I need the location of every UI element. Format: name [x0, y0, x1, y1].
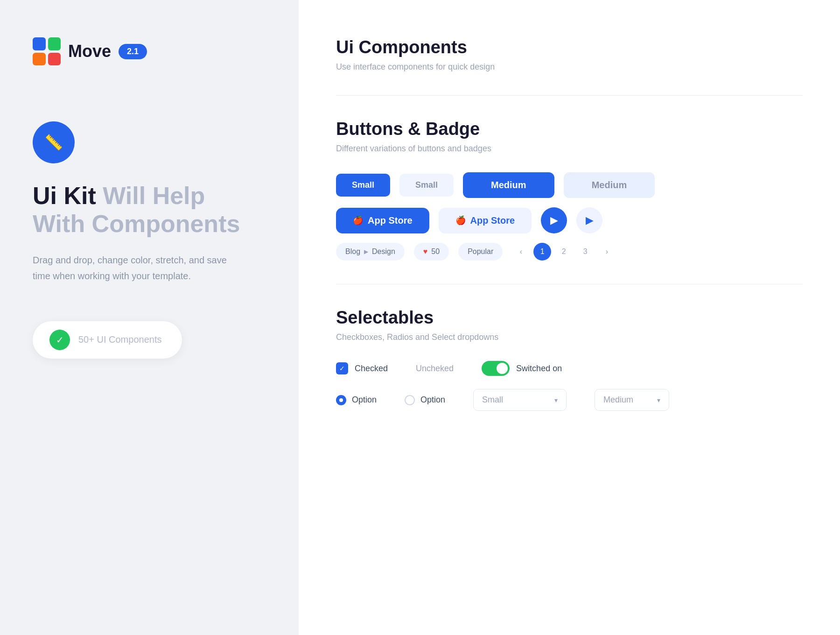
radio-option-2[interactable]: Option — [405, 395, 445, 405]
logo-text: Move — [68, 42, 111, 61]
apple-icon-blue: 🍎 — [455, 215, 466, 226]
right-panel: Ui Components Use interface components f… — [299, 0, 840, 635]
ruler-icon-circle: 📏 — [33, 121, 75, 163]
selectables-title: Selectables — [336, 308, 803, 328]
breadcrumb-start: Blog — [345, 247, 360, 256]
components-badge: ✓ 50+ UI Components — [33, 321, 182, 359]
radio-inner-1 — [339, 398, 343, 402]
breadcrumb-end: Design — [372, 247, 395, 256]
checkbox-box: ✓ — [336, 362, 348, 374]
logo-sq-red — [48, 53, 61, 66]
apple-icon-white: 🍎 — [353, 215, 363, 226]
radio-unselected — [405, 395, 415, 405]
pagination: ‹ 1 2 3 › — [512, 243, 616, 261]
breadcrumb-badge: Blog ▶ Design — [336, 243, 405, 261]
logo-grid — [33, 37, 61, 65]
btn-small-outline[interactable]: Small — [399, 174, 454, 197]
buttons-row-1: Small Small Medium Medium — [336, 172, 803, 198]
select-row-2: Option Option Small ▾ Medium ▾ — [336, 389, 803, 411]
radio-option-1-label: Option — [352, 395, 377, 405]
select-dropdown-medium[interactable]: Medium ▾ — [595, 389, 669, 411]
checkbox-checked[interactable]: ✓ Checked — [336, 362, 388, 374]
logo-sq-blue — [33, 37, 46, 50]
checked-label: Checked — [355, 364, 388, 374]
buttons-sub: Different variations of buttons and badg… — [336, 144, 803, 154]
select-row-1: ✓ Checked Uncheked Switched on — [336, 361, 803, 376]
radio-option-1[interactable]: Option — [336, 395, 377, 405]
heart-icon: ♥ — [423, 247, 428, 256]
pagination-prev[interactable]: ‹ — [512, 243, 530, 261]
breadcrumb-arrow-icon: ▶ — [364, 248, 368, 255]
btn-small-blue[interactable]: Small — [336, 174, 390, 197]
radio-option-2-label: Option — [420, 395, 445, 405]
hero-title: Ui Kit Will Help With Components — [33, 182, 266, 238]
toggle-wrapper[interactable]: Switched on — [482, 361, 562, 376]
pagination-1[interactable]: 1 — [533, 243, 551, 261]
selectables-section: Selectables Checkboxes, Radios and Selec… — [336, 308, 803, 411]
btn-circle-outline[interactable]: ▶ — [576, 207, 602, 233]
radio-dot-1 — [336, 395, 346, 405]
hero-desc: Drag and drop, change color, stretch, an… — [33, 252, 243, 284]
main-sub: Use interface components for quick desig… — [336, 62, 803, 72]
logo-sq-green — [48, 37, 61, 50]
btn-appstore-light[interactable]: 🍎 App Store — [439, 208, 532, 233]
left-panel: Move 2.1 📏 Ui Kit Will Help With Compone… — [0, 0, 299, 635]
check-circle: ✓ — [49, 330, 70, 350]
btn-appstore-light-label: App Store — [470, 215, 515, 226]
check-icon: ✓ — [56, 334, 64, 346]
selectables-sub: Checkboxes, Radios and Select dropdowns — [336, 332, 803, 342]
divider-2 — [336, 284, 803, 284]
badge-text: 50+ UI Components — [78, 334, 161, 345]
select-medium-text: Medium — [603, 395, 633, 405]
buttons-row-2: 🍎 App Store 🍎 App Store ▶ ▶ — [336, 207, 803, 233]
buttons-row-3: Blog ▶ Design ♥ 50 Popular ‹ 1 2 3 › — [336, 243, 803, 261]
pagination-2[interactable]: 2 — [555, 243, 573, 261]
pagination-next[interactable]: › — [598, 243, 616, 261]
pagination-3[interactable]: 3 — [576, 243, 594, 261]
logo-sq-orange — [33, 53, 46, 66]
checkbox-unchecked[interactable]: Uncheked — [416, 364, 454, 374]
divider-1 — [336, 95, 803, 96]
heart-badge: ♥ 50 — [414, 243, 449, 261]
select-dropdown-medium-arrow: ▾ — [657, 396, 660, 404]
ruler-icon: 📏 — [44, 134, 63, 151]
btn-medium-blue[interactable]: Medium — [463, 172, 554, 198]
btn-appstore-blue-label: App Store — [368, 215, 413, 226]
toggle-knob — [497, 363, 508, 374]
select-dropdown-small[interactable]: Small ▾ — [473, 389, 567, 411]
btn-medium-outline[interactable]: Medium — [564, 172, 655, 198]
buttons-section: Buttons & Badge Different variations of … — [336, 119, 803, 261]
hero-title-light2: With Components — [33, 210, 240, 237]
version-badge: 2.1 — [119, 44, 147, 59]
toggle[interactable] — [482, 361, 510, 376]
toggle-label: Switched on — [516, 364, 562, 374]
btn-circle-blue[interactable]: ▶ — [541, 207, 567, 233]
checkbox-check-icon: ✓ — [339, 365, 345, 372]
main-title: Ui Components — [336, 37, 803, 57]
logo-row: Move 2.1 — [33, 37, 266, 65]
popular-badge: Popular — [458, 243, 503, 261]
select-dropdown-arrow: ▾ — [554, 396, 558, 404]
heart-count: 50 — [431, 247, 440, 256]
select-small-text: Small — [482, 395, 503, 405]
hero-title-light1: Will Help — [103, 182, 205, 209]
unchecked-label: Uncheked — [416, 364, 454, 374]
btn-appstore-blue[interactable]: 🍎 App Store — [336, 208, 429, 233]
hero-title-dark: Ui Kit — [33, 182, 103, 209]
buttons-title: Buttons & Badge — [336, 119, 803, 139]
